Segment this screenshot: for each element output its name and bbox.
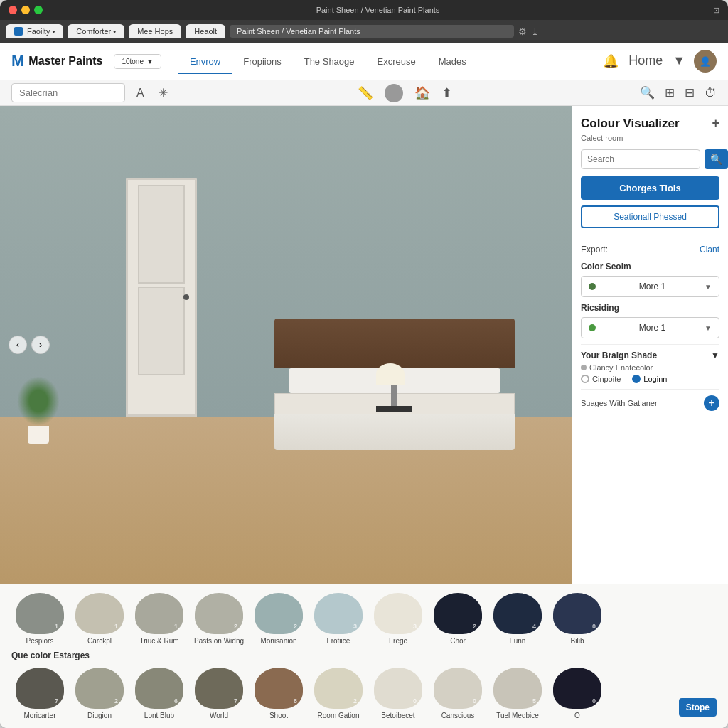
swatch-item[interactable]: 7 Moricarter bbox=[11, 668, 68, 719]
panel-search-button[interactable]: 🔍 bbox=[705, 149, 728, 169]
browser-tab-3[interactable]: Mee Hops bbox=[129, 24, 181, 38]
swatch-item[interactable]: 1 Pespiors bbox=[11, 593, 68, 645]
home-label[interactable]: Home bbox=[628, 53, 663, 69]
search-input[interactable] bbox=[11, 83, 125, 102]
swatch-item[interactable]: 2 Chor bbox=[429, 593, 486, 645]
swatch-item[interactable]: 6 Lont Blub bbox=[131, 668, 188, 719]
swatch-blob: 2 bbox=[434, 593, 482, 634]
swatch-item[interactable]: 2 Monisanion bbox=[250, 593, 307, 645]
tab-favicon-1 bbox=[14, 27, 23, 36]
browser-tab-1[interactable]: Faoilty • bbox=[6, 24, 63, 38]
suggest-add-button[interactable]: + bbox=[704, 395, 719, 411]
browser-tab-4[interactable]: Heaolt bbox=[186, 24, 225, 38]
swatch-item[interactable]: 4 Funn bbox=[489, 593, 546, 645]
circle-icon[interactable] bbox=[385, 84, 403, 102]
dropdown2-dot bbox=[589, 324, 596, 331]
nav-tab-excreuse[interactable]: Excreuse bbox=[366, 50, 427, 74]
radio-item-cinpoite[interactable]: Cinpoite bbox=[581, 375, 621, 383]
swatch-blob: 0 bbox=[374, 668, 422, 709]
upload-icon[interactable]: ⬆ bbox=[441, 85, 452, 101]
os-window: Paint Sheen / Venetian Paint Plants ⊡ Fa… bbox=[0, 0, 728, 728]
swatch-num: 1 bbox=[55, 623, 58, 630]
user-avatar[interactable]: 👤 bbox=[694, 50, 717, 73]
chorges-tiols-button[interactable]: Chorges Tiols bbox=[581, 176, 719, 200]
section1-label: Color Seoim bbox=[581, 262, 719, 272]
suggest-row: Suages With Gatianer + bbox=[581, 395, 719, 411]
nav-tab-mades[interactable]: Mades bbox=[427, 50, 478, 74]
swatch-name: Tuel Medbice bbox=[496, 712, 539, 719]
swatch-item[interactable]: 2 Pasts on Widng bbox=[191, 593, 247, 645]
suggest-label: Suages With Gatianer bbox=[581, 399, 658, 407]
logo-text: Master Paints bbox=[28, 55, 102, 68]
toolbar-center: 📏 🏠 ⬆ bbox=[179, 84, 631, 102]
scene-door bbox=[126, 178, 197, 417]
browser-icon-2[interactable]: ⤓ bbox=[531, 26, 539, 37]
ruler-icon[interactable]: 📏 bbox=[358, 85, 373, 101]
panel-add-icon[interactable]: + bbox=[712, 116, 719, 131]
export-label: Export: bbox=[581, 245, 608, 255]
dropdown1[interactable]: More 1 ▼ bbox=[581, 276, 719, 297]
dropdown-arrow-icon[interactable]: ▼ bbox=[673, 53, 685, 69]
browser-tab-2[interactable]: Comforter • bbox=[68, 24, 124, 38]
swatch-item[interactable]: 3 Frege bbox=[370, 593, 427, 645]
product-dropdown-arrow: ▼ bbox=[146, 58, 154, 65]
grid-icon[interactable]: ⊞ bbox=[665, 85, 675, 100]
product-dropdown-label: 10tone bbox=[122, 58, 144, 65]
room-nav-next[interactable]: › bbox=[31, 336, 50, 354]
export-link[interactable]: Clant bbox=[700, 245, 719, 255]
product-dropdown[interactable]: 10tone ▼ bbox=[114, 54, 161, 69]
swatch-item[interactable]: 2 Room Gation bbox=[310, 668, 367, 719]
dropdown1-label: More 1 bbox=[639, 282, 665, 291]
swatch-item[interactable]: 8 Shoot bbox=[250, 668, 307, 719]
swatch-blob: 6 bbox=[135, 668, 183, 709]
divider1 bbox=[581, 344, 719, 345]
clock-icon[interactable]: ⏱ bbox=[705, 86, 717, 100]
tab-label-1: Faoilty • bbox=[27, 27, 55, 36]
layout-icon[interactable]: ⊟ bbox=[685, 85, 695, 100]
browser-chrome: Faoilty • Comforter • Mee Hops Heaolt Pa… bbox=[0, 20, 728, 43]
browser-icon-1[interactable]: ⚙ bbox=[518, 26, 527, 37]
close-window-button[interactable] bbox=[9, 6, 17, 14]
swatch-num: 8 bbox=[294, 697, 297, 705]
swatch-blob: 3 bbox=[314, 593, 363, 634]
font-size-button[interactable]: A bbox=[134, 84, 147, 102]
panel-title-text: Colour Visualizer bbox=[581, 117, 680, 131]
seationall-phessed-button[interactable]: Seationall Phessed bbox=[581, 205, 719, 228]
swatch-item[interactable]: 3 Frotiice bbox=[310, 593, 367, 645]
maximize-window-button[interactable] bbox=[34, 6, 43, 14]
swatch-item[interactable]: 5 Tuel Medbice bbox=[489, 668, 546, 719]
swatch-num: 2 bbox=[294, 623, 297, 630]
radio-item-loginn[interactable]: Loginn bbox=[632, 375, 667, 383]
search-icon[interactable]: 🔍 bbox=[640, 85, 655, 100]
nav-tab-shaoge[interactable]: The Shaoge bbox=[293, 50, 366, 74]
swatch-item[interactable]: 0 Canscious bbox=[429, 668, 486, 719]
notification-icon[interactable]: 🔔 bbox=[603, 53, 619, 69]
store-button[interactable]: Stope bbox=[679, 698, 717, 717]
shade-toggle-icon[interactable]: ▼ bbox=[711, 350, 719, 360]
address-bar[interactable]: Paint Sheen / Venetian Paint Plants bbox=[230, 25, 514, 38]
home-icon[interactable]: 🏠 bbox=[414, 85, 430, 101]
room-nav-prev[interactable]: ‹ bbox=[9, 336, 27, 354]
swatch-num: 3 bbox=[413, 623, 417, 630]
minimize-window-button[interactable] bbox=[21, 6, 30, 14]
shade-label-text: Your Braign Shade bbox=[581, 350, 657, 360]
text-style-button[interactable]: ✳ bbox=[156, 83, 171, 102]
swatch-item[interactable]: 0 Bilib bbox=[549, 593, 606, 645]
tab-label-3: Mee Hops bbox=[137, 27, 173, 36]
nav-tab-envrow[interactable]: Envrow bbox=[178, 50, 232, 74]
swatch-name: Triuc & Rum bbox=[139, 637, 178, 645]
swatch-item[interactable]: 1 Carckpl bbox=[71, 593, 128, 645]
swatch-item[interactable]: 2 Diugion bbox=[71, 668, 128, 719]
swatch-item[interactable]: 1 Triuc & Rum bbox=[131, 593, 188, 645]
swatch-item[interactable]: 0 O bbox=[549, 668, 606, 719]
swatch-item[interactable]: 0 Betoibecet bbox=[370, 668, 427, 719]
swatch-num: 2 bbox=[234, 623, 237, 630]
swatch-name: Lont Blub bbox=[144, 712, 174, 719]
nav-tab-fropiions[interactable]: Fropiions bbox=[232, 50, 292, 74]
room-view: ‹ › bbox=[0, 106, 572, 584]
dropdown2[interactable]: More 1 ▼ bbox=[581, 317, 719, 338]
radio-label-2: Loginn bbox=[643, 375, 667, 383]
swatch-name: Betoibecet bbox=[381, 712, 414, 719]
swatch-item[interactable]: 7 World bbox=[191, 668, 247, 719]
panel-search-input[interactable] bbox=[581, 149, 700, 169]
